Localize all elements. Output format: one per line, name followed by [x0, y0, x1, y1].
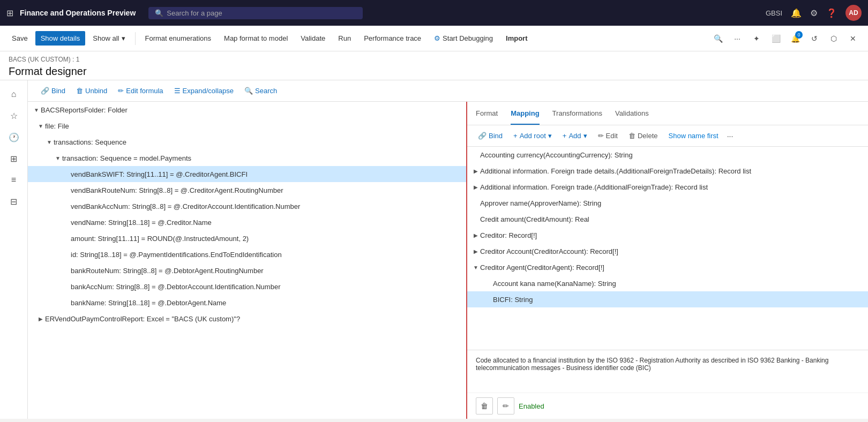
map-node-text: Credit amount(CreditAmount): Real: [480, 215, 589, 223]
delete-button[interactable]: 🗑 Delete: [624, 130, 662, 142]
start-debugging-button[interactable]: ⚙ Start Debugging: [429, 31, 498, 46]
close-button[interactable]: ✕: [844, 30, 862, 47]
map-bind-icon: 🔗: [478, 132, 487, 140]
sidebar-grid-icon[interactable]: ⊞: [4, 149, 24, 168]
search-input[interactable]: [167, 9, 356, 17]
tab-validations[interactable]: Validations: [615, 103, 649, 125]
map-node[interactable]: Credit amount(CreditAmount): Real: [467, 211, 868, 227]
tree-toggle-leaf: [62, 298, 71, 307]
tree-node[interactable]: bankRouteNum: String[8..8] = @.DebtorAge…: [28, 262, 466, 278]
tree-node[interactable]: transaction: Sequence = model.Payments: [28, 150, 466, 166]
edit-desc-button[interactable]: ✏: [497, 397, 514, 415]
performance-trace-button[interactable]: Performance trace: [358, 31, 426, 46]
badge-button[interactable]: 🔔0: [787, 30, 804, 47]
map-toggle-leaf: [472, 152, 480, 158]
add-button[interactable]: + Add ▾: [558, 130, 592, 142]
unbind-button[interactable]: 🗑 Unbind: [72, 85, 111, 97]
tree-toggle-open[interactable]: [32, 106, 41, 114]
nav-icons: GBSI 🔔 ⚙ ❓ AD: [766, 5, 862, 21]
sidebar-home-icon[interactable]: ⌂: [4, 85, 24, 104]
layout-button[interactable]: ✦: [748, 30, 765, 47]
map-node-text: BICFI: String: [493, 296, 533, 304]
tab-format[interactable]: Format: [476, 103, 498, 125]
map-toggle-open[interactable]: ▼: [472, 265, 480, 270]
tree-container: BACSReportsFolder: Folderfile: Filetrans…: [28, 102, 466, 327]
tree-node[interactable]: bankName: String[18..18] = @.DebtorAgent…: [28, 295, 466, 311]
map-toggle-closed[interactable]: ▶: [472, 184, 480, 190]
map-toggle-closed[interactable]: ▶: [472, 168, 480, 174]
run-button[interactable]: Run: [333, 31, 356, 46]
map-node[interactable]: ▶Creditor Account(CreditorAccount): Reco…: [467, 243, 868, 259]
tree-node[interactable]: vendBankSWIFT: String[11..11] = @.Credit…: [28, 166, 466, 182]
top-nav: ⊞ Finance and Operations Preview 🔍 GBSI …: [0, 0, 868, 26]
search-toolbar-button[interactable]: 🔍: [709, 30, 727, 47]
search-bar: 🔍: [148, 7, 363, 19]
tree-node[interactable]: file: File: [28, 118, 466, 134]
import-button[interactable]: Import: [500, 31, 533, 46]
tree-node[interactable]: amount: String[11..11] = ROUND(@.Instruc…: [28, 230, 466, 246]
split-content: BACSReportsFolder: Folderfile: Filetrans…: [28, 102, 868, 419]
more-map-options[interactable]: ···: [725, 132, 736, 140]
validate-button[interactable]: Validate: [295, 31, 331, 46]
add-root-icon: +: [513, 132, 518, 140]
save-button[interactable]: Save: [6, 31, 33, 46]
expand-collapse-button[interactable]: ☰ Expand/collapse: [170, 85, 238, 97]
tree-toggle-leaf: [62, 202, 71, 210]
filter-icon[interactable]: ⊟: [4, 192, 24, 211]
search-format-button[interactable]: 🔍 Search: [240, 85, 281, 97]
sidebar-list-icon[interactable]: ≡: [4, 170, 24, 190]
map-node[interactable]: ▶Additional information. Foreign trade.(…: [467, 179, 868, 195]
map-node[interactable]: Account kana name(KanaName): String: [467, 275, 868, 291]
unbind-icon: 🗑: [76, 87, 83, 95]
tree-node[interactable]: bankAccNum: String[8..8] = @.DebtorAccou…: [28, 278, 466, 295]
notification-icon[interactable]: 🔔: [791, 8, 802, 18]
tree-toggle-open[interactable]: [36, 122, 45, 130]
edit-formula-icon: ✏: [118, 87, 124, 95]
tree-node[interactable]: vendBankRouteNum: String[8..8] = @.Credi…: [28, 182, 466, 198]
tree-node[interactable]: ERVendOutPaymControlReport: Excel = "BAC…: [28, 311, 466, 327]
tree-node[interactable]: id: String[18..18] = @.PaymentIdentifica…: [28, 246, 466, 262]
grid-icon[interactable]: ⊞: [6, 8, 13, 18]
show-name-first-button[interactable]: Show name first: [664, 130, 723, 142]
tree-node[interactable]: vendName: String[18..18] = @.Creditor.Na…: [28, 214, 466, 230]
panel-button[interactable]: ⬜: [767, 30, 784, 47]
tab-mapping[interactable]: Mapping: [511, 103, 539, 125]
settings-icon[interactable]: ⚙: [810, 8, 818, 18]
more-options-button[interactable]: ···: [729, 30, 746, 47]
sidebar-history-icon[interactable]: 🕐: [4, 127, 24, 147]
map-node[interactable]: ▶Creditor: Record[!]: [467, 227, 868, 243]
map-toggle-closed[interactable]: ▶: [472, 232, 480, 238]
map-node-text: Accounting currency(AccountingCurrency):…: [480, 151, 633, 159]
refresh-button[interactable]: ↺: [806, 30, 823, 47]
map-bind-button[interactable]: 🔗 Bind: [474, 130, 507, 142]
help-icon[interactable]: ❓: [826, 8, 837, 18]
mapping-toolbar: 🔗 Bind + Add root ▾ + Add ▾ ✏: [467, 125, 868, 147]
delete-desc-button[interactable]: 🗑: [476, 397, 493, 415]
tree-toggle-leaf: [62, 250, 71, 259]
tree-toggle-open[interactable]: [45, 138, 54, 146]
format-enumerations-button[interactable]: Format enumerations: [140, 31, 217, 46]
map-format-to-model-button[interactable]: Map format to model: [219, 31, 293, 46]
tree-node[interactable]: transactions: Sequence: [28, 134, 466, 150]
edit-button[interactable]: ✏ Edit: [594, 130, 622, 142]
show-all-button[interactable]: Show all ▾: [87, 31, 130, 46]
map-toggle-leaf: [484, 297, 493, 303]
tree-node[interactable]: BACSReportsFolder: Folder: [28, 102, 466, 118]
map-node[interactable]: ▼Creditor Agent(CreditorAgent): Record[!…: [467, 259, 868, 275]
tree-toggle-closed[interactable]: [36, 314, 45, 323]
edit-formula-button[interactable]: ✏ Edit formula: [114, 85, 167, 97]
sidebar-star-icon[interactable]: ☆: [4, 106, 24, 125]
tree-toggle-open[interactable]: [54, 154, 62, 162]
map-node[interactable]: BICFI: String: [467, 291, 868, 307]
map-node[interactable]: Approver name(ApproverName): String: [467, 195, 868, 211]
user-avatar[interactable]: AD: [845, 5, 862, 21]
tree-node[interactable]: vendBankAccNum: String[8..8] = @.Credito…: [28, 198, 466, 214]
map-node[interactable]: Accounting currency(AccountingCurrency):…: [467, 147, 868, 163]
show-details-button[interactable]: Show details: [35, 31, 86, 46]
tab-transformations[interactable]: Transformations: [552, 103, 602, 125]
bind-button[interactable]: 🔗 Bind: [36, 85, 70, 97]
map-toggle-closed[interactable]: ▶: [472, 248, 480, 254]
map-node[interactable]: ▶Additional information. Foreign trade d…: [467, 163, 868, 179]
add-root-button[interactable]: + Add root ▾: [509, 130, 556, 142]
expand-button[interactable]: ⬡: [825, 30, 842, 47]
